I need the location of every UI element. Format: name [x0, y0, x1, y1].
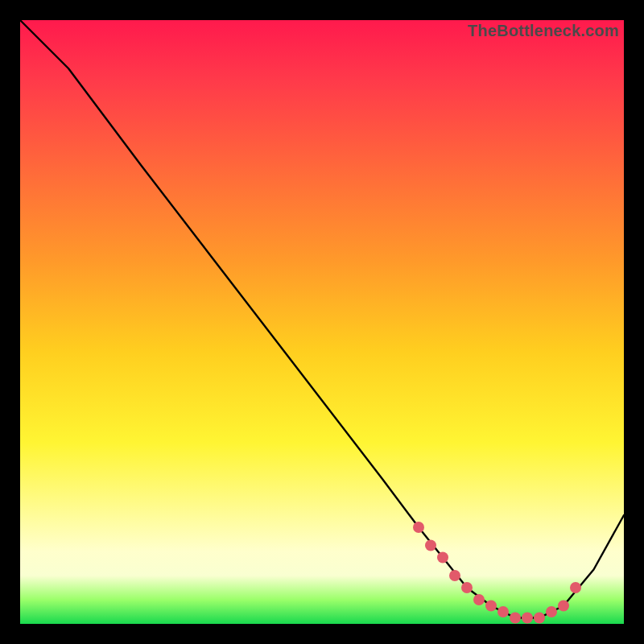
highlight-dot: [558, 601, 569, 612]
highlight-dot: [485, 601, 497, 612]
highlight-dot: [413, 522, 424, 533]
highlight-dot: [534, 613, 545, 624]
highlight-dot: [437, 552, 448, 564]
highlight-dot: [570, 582, 581, 593]
highlight-dot: [449, 570, 460, 581]
highlight-dot: [461, 582, 473, 593]
highlight-dot: [497, 606, 509, 617]
curve-layer: [20, 20, 624, 624]
highlight-dot: [546, 606, 557, 617]
highlight-dot: [473, 594, 485, 605]
highlight-dot: [425, 540, 436, 551]
highlight-dot: [510, 613, 521, 624]
chart-frame: TheBottleneck.com: [0, 0, 644, 644]
bottleneck-curve: [20, 20, 624, 618]
plot-area: TheBottleneck.com: [20, 20, 624, 624]
highlight-dot: [522, 613, 533, 624]
